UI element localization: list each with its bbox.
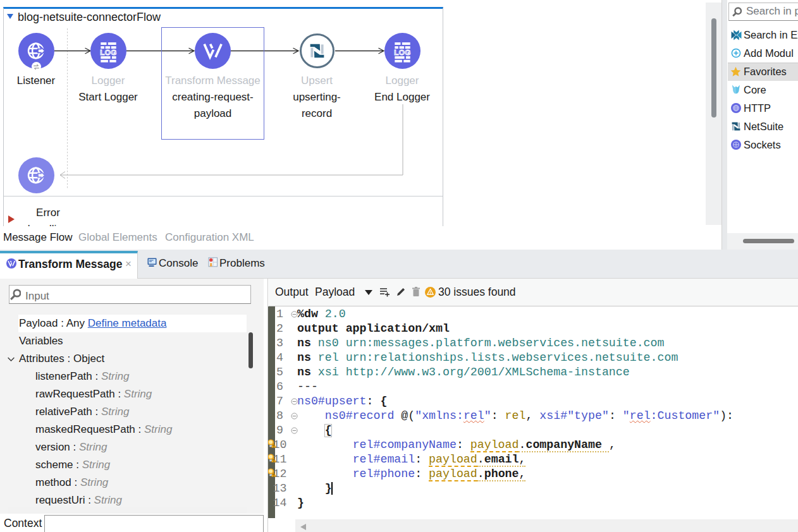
svg-text:LOG: LOG <box>100 49 117 56</box>
svg-text:LOG: LOG <box>394 49 411 56</box>
